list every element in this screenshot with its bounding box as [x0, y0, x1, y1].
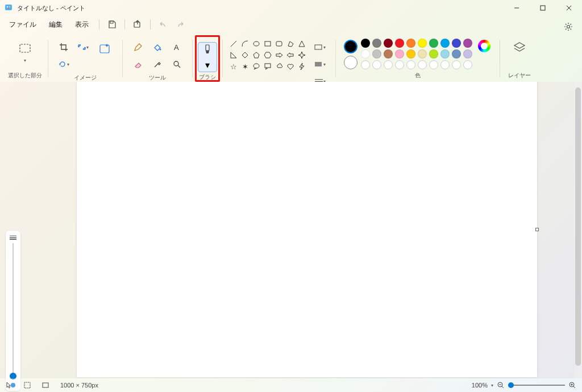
- zoom-in-button[interactable]: [568, 381, 576, 389]
- custom-color-slot[interactable]: [361, 60, 370, 69]
- zoom-track[interactable]: [13, 243, 14, 380]
- color-swatch[interactable]: [418, 39, 427, 48]
- color-swatch[interactable]: [395, 49, 404, 59]
- color-swatch[interactable]: [440, 49, 450, 59]
- picker-tool[interactable]: [148, 56, 167, 72]
- shape-star[interactable]: ☆: [228, 61, 239, 72]
- color-swatch[interactable]: [440, 39, 450, 48]
- zoom-out-button[interactable]: [497, 381, 505, 389]
- layers-button[interactable]: [506, 39, 533, 57]
- shape-outline-button[interactable]: ▾: [311, 39, 329, 55]
- vertical-scrollbar[interactable]: [574, 82, 582, 378]
- color-swatch[interactable]: [361, 39, 370, 48]
- zoom-controls: 100% ▾: [472, 381, 576, 389]
- save-button[interactable]: [104, 17, 120, 32]
- redo-button[interactable]: [172, 17, 188, 32]
- rotate-button[interactable]: ▾: [55, 56, 73, 72]
- pencil-tool[interactable]: [129, 39, 147, 55]
- eraser-tool[interactable]: [129, 56, 147, 72]
- svg-rect-39: [43, 383, 48, 387]
- color-swatch[interactable]: [429, 49, 438, 59]
- shape-roundrect[interactable]: [274, 39, 284, 49]
- scrollbar-thumb[interactable]: [575, 87, 581, 366]
- color-swatch[interactable]: [418, 49, 427, 59]
- color-swatch[interactable]: [395, 39, 404, 48]
- canvas[interactable]: [77, 82, 537, 377]
- brushes-button[interactable]: ▾: [198, 42, 217, 72]
- color-swatch[interactable]: [463, 39, 472, 48]
- custom-color-slot[interactable]: [452, 60, 461, 69]
- maximize-button[interactable]: [530, 0, 556, 16]
- select-button[interactable]: ▾: [14, 39, 36, 65]
- zoom-dropdown[interactable]: ▾: [491, 383, 493, 388]
- color-swatch[interactable]: [384, 49, 393, 59]
- shape-rect[interactable]: [263, 39, 273, 49]
- shape-pentagon[interactable]: [251, 50, 261, 60]
- fill-tool[interactable]: [148, 39, 167, 55]
- color-swatch[interactable]: [384, 39, 393, 48]
- custom-color-slot[interactable]: [384, 60, 393, 69]
- menu-edit[interactable]: 編集: [43, 18, 68, 32]
- shape-polygon[interactable]: [285, 39, 296, 49]
- color-swatch[interactable]: [452, 39, 461, 48]
- shape-arrow-l[interactable]: [285, 50, 296, 60]
- shape-diamond[interactable]: [240, 50, 250, 60]
- svg-rect-21: [276, 41, 282, 46]
- color-swatch[interactable]: [406, 49, 415, 59]
- color-swatch[interactable]: [372, 39, 381, 48]
- settings-button[interactable]: [560, 19, 576, 34]
- custom-color-slot[interactable]: [463, 60, 472, 69]
- custom-color-slot[interactable]: [418, 60, 427, 69]
- crop-button[interactable]: [55, 39, 73, 55]
- shape-line[interactable]: [228, 39, 239, 49]
- edit-colors-button[interactable]: [478, 40, 490, 52]
- shape-rtriangle[interactable]: [228, 50, 239, 60]
- color1-button[interactable]: [344, 40, 357, 53]
- ai-background-button[interactable]: [94, 39, 117, 59]
- shape-oval[interactable]: [251, 39, 261, 49]
- zoom-slider[interactable]: [508, 385, 565, 386]
- shape-curve[interactable]: [240, 39, 250, 49]
- app-icon: [5, 3, 14, 12]
- undo-button[interactable]: [155, 17, 171, 32]
- minimize-button[interactable]: [504, 0, 530, 16]
- color-swatch[interactable]: [372, 49, 381, 59]
- shape-roundcallout[interactable]: [251, 61, 261, 72]
- menu-view[interactable]: 表示: [69, 18, 94, 32]
- color-swatch[interactable]: [463, 49, 472, 59]
- custom-color-slot[interactable]: [395, 60, 404, 69]
- menu-file[interactable]: ファイル: [3, 18, 42, 32]
- shape-heart[interactable]: [285, 61, 296, 72]
- color2-button[interactable]: [344, 56, 357, 69]
- resize-button[interactable]: ▾: [74, 39, 92, 55]
- shape-4star[interactable]: [297, 50, 307, 60]
- close-button[interactable]: [556, 0, 582, 16]
- custom-color-slot[interactable]: [429, 60, 438, 69]
- color-swatch[interactable]: [361, 49, 370, 59]
- custom-color-slot[interactable]: [406, 60, 415, 69]
- svg-line-16: [178, 65, 180, 68]
- custom-color-slot[interactable]: [372, 60, 381, 69]
- shape-triangle[interactable]: [297, 39, 307, 49]
- magnifier-tool[interactable]: [168, 56, 186, 72]
- shape-cloudcallout[interactable]: [274, 61, 284, 72]
- custom-color-slot[interactable]: [440, 60, 450, 69]
- color-swatch[interactable]: [429, 39, 438, 48]
- shape-fill-button[interactable]: ▾: [311, 56, 329, 72]
- shape-hexagon[interactable]: [263, 50, 273, 60]
- shapes-gallery[interactable]: ☆ ✶: [228, 39, 307, 72]
- zoom-slider-handle[interactable]: [508, 382, 514, 388]
- color-swatch[interactable]: [406, 39, 415, 48]
- floating-zoom-slider[interactable]: [6, 231, 20, 391]
- group-label-layers: レイヤー: [508, 70, 531, 82]
- shape-6star[interactable]: ✶: [240, 61, 250, 72]
- share-button[interactable]: [130, 17, 146, 32]
- palette-row1: [361, 39, 473, 48]
- shape-arrow-r[interactable]: [274, 50, 284, 60]
- color-swatch[interactable]: [452, 49, 461, 59]
- shape-rectcallout[interactable]: [263, 61, 273, 72]
- text-tool[interactable]: A: [168, 39, 186, 55]
- shape-lightning[interactable]: [297, 61, 307, 72]
- canvas-viewport[interactable]: [0, 82, 582, 378]
- resize-handle-right[interactable]: [535, 228, 539, 231]
